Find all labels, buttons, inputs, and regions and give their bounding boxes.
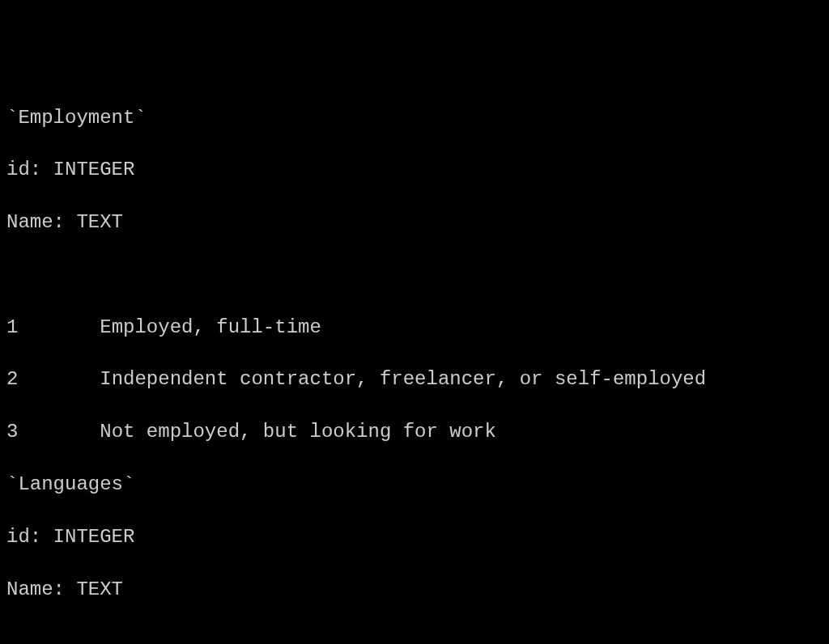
schema-line: Name: TEXT [6,577,823,603]
table-name-languages: `Languages` [6,472,823,498]
blank-line [6,262,823,288]
table-row: 1 Employed, full-time [6,315,823,341]
row-value: Not employed, but looking for work [100,421,496,443]
row-id: 2 [6,368,18,390]
table-row: 2 Independent contractor, freelancer, or… [6,366,823,392]
schema-line: id: INTEGER [6,524,823,550]
schema-line: id: INTEGER [6,157,823,183]
blank-line [6,629,823,644]
table-row: 3 Not employed, but looking for work [6,419,823,445]
row-value: Independent contractor, freelancer, or s… [100,368,706,390]
row-id: 3 [6,421,18,443]
table-name-employment: `Employment` [6,105,823,131]
row-value: Employed, full-time [100,316,321,338]
row-id: 1 [6,316,18,338]
schema-line: Name: TEXT [6,210,823,235]
